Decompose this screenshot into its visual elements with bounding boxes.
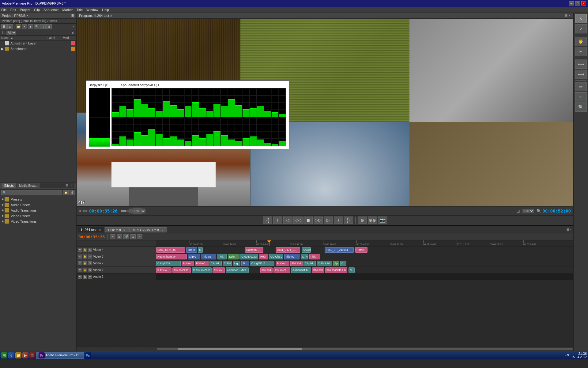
start-button[interactable]: ⊞ <box>1 352 7 358</box>
cpu-meter-overlay[interactable]: Загрузка ЦП Хронология загрузки ЦП <box>86 80 289 149</box>
tab-close-mpeg2[interactable]: ✕ <box>161 229 164 232</box>
clip-title0-v4[interactable]: Title 0 <box>186 247 197 253</box>
clip-philavchd2-v1[interactable]: Phil AVCHD 2.0 <box>325 267 347 273</box>
clip-fphila-v1[interactable]: F Phil A <box>156 267 172 273</box>
clip-philb-v3[interactable]: Phil. <box>309 254 320 259</box>
clip-cb-v1[interactable]: C. <box>349 267 355 273</box>
menu-marker[interactable]: Marker <box>62 8 73 12</box>
track-sync-v2[interactable]: S <box>88 261 92 265</box>
minimize-button[interactable]: ─ <box>569 1 574 6</box>
track-lock-a1[interactable]: 🔒 <box>83 275 87 279</box>
timeline-link-btn[interactable]: 🔗 <box>123 234 129 239</box>
clip-cc-clip0-v3[interactable]: CC Clip 0 <box>269 254 283 259</box>
transport-export-frame[interactable]: 📷 <box>378 217 387 224</box>
effects-item-audio-effects[interactable]: Audio Effects <box>1 202 76 208</box>
clip-tit-v2[interactable]: Tit. <box>241 261 249 266</box>
transport-stop[interactable]: ⏹ <box>303 217 313 224</box>
transport-add-marker[interactable]: ⊕ <box>358 217 367 224</box>
transport-play-back[interactable]: ◁◁ <box>293 217 303 224</box>
track-lock-v1[interactable]: 🔒 <box>83 268 87 272</box>
tool-ripple[interactable]: ⤢ <box>575 24 587 33</box>
clip-rothe-v4[interactable]: Rothe... <box>355 247 368 253</box>
zoom-fit-btn[interactable]: 100%50%75%Full <box>133 208 141 214</box>
effects-delete-btn[interactable]: 🗑 <box>70 190 75 195</box>
clip-philavi2-v2[interactable]: Phil AVI <box>276 261 289 266</box>
menu-project[interactable]: Project <box>20 8 30 12</box>
clip-philavchd-v1[interactable]: Phil AVCHD <box>172 267 191 273</box>
transport-go-next-edit[interactable]: ⟩ <box>334 217 343 224</box>
clip-cc-v4[interactable]: C <box>198 247 203 253</box>
clip-rothenb-v4[interactable]: Rothenb... <box>245 247 263 253</box>
effects-item-video-transitions[interactable]: Video Transitions <box>1 219 76 224</box>
track-collapse-v4[interactable]: ▼ <box>78 248 82 252</box>
ie-icon[interactable]: e <box>8 352 14 358</box>
transport-go-prev-edit[interactable]: ⟨ <box>273 217 282 224</box>
project-delete-btn[interactable]: 🗑 <box>46 24 52 29</box>
tab-effects[interactable]: Effects <box>2 183 16 188</box>
clip-aa0047-v4[interactable]: AA0047 <box>302 247 311 253</box>
project-automate-btn[interactable]: ▶ <box>28 24 33 29</box>
menu-window[interactable]: Window <box>86 8 98 12</box>
program-panel-menu[interactable]: ☰ <box>565 14 567 17</box>
tool-slip[interactable]: ⟺ <box>575 59 587 69</box>
clip-cphilavchd-v1[interactable]: C Phil AVCHD <box>192 267 212 273</box>
h-scroll-thumb[interactable] <box>178 348 302 350</box>
clip-rothenburg-v3[interactable]: Rothenburg.av <box>156 254 187 259</box>
tab-media-browser[interactable]: Media Brow... <box>17 183 40 188</box>
project-in-select[interactable]: All <box>6 31 16 35</box>
track-collapse-v3[interactable]: ▼ <box>78 255 82 259</box>
taskbar-premiere[interactable]: Pr Adobe Premiere Pro - D:... <box>36 352 84 359</box>
project-item-benchmark[interactable]: ▶ Benchmark <box>0 46 76 52</box>
timeline-tab-mpeg2[interactable]: MPEG2-DVD test ✕ <box>129 227 167 232</box>
track-collapse-v1[interactable]: ▼ <box>78 268 82 272</box>
tab-close-disk[interactable]: ✕ <box>123 229 126 232</box>
clip-aa006401b-v1[interactable]: AA006401.M <box>291 267 311 273</box>
timeline-add-track-btn[interactable]: + <box>110 234 115 239</box>
menu-file[interactable]: File <box>1 8 7 12</box>
track-lock-v4[interactable]: 🔒 <box>83 248 87 252</box>
menu-help[interactable]: Help <box>102 8 109 12</box>
track-sync-v3[interactable]: S <box>88 255 92 259</box>
clip-ing85316-v2[interactable]: C Ing85316 <box>250 261 274 266</box>
clip-philavchdb-v1[interactable]: Phil AVCH <box>273 267 290 273</box>
clip-phaa-v2[interactable]: C Ph AA0... <box>317 261 332 266</box>
clip-clip0-v3[interactable]: Clip 0 <box>188 254 200 259</box>
menu-edit[interactable]: Edit <box>10 8 16 12</box>
track-collapse-v2[interactable]: ▼ <box>78 261 82 265</box>
wmm-icon[interactable]: 🎬 <box>29 352 36 358</box>
track-mute-a1[interactable]: M <box>88 275 92 279</box>
project-icon-view-btn[interactable]: ⊞ <box>7 24 13 29</box>
tool-razor[interactable]: ✂ <box>575 47 587 56</box>
track-sync-v1[interactable]: S <box>88 268 92 272</box>
clip-ing8531-v2[interactable]: C Ing8531... <box>156 261 181 266</box>
effects-new-folder-btn[interactable]: 📁 <box>63 190 69 195</box>
menu-title[interactable]: Title <box>77 8 83 12</box>
clip-l004-2-v4[interactable]: L004_C171_0... <box>276 247 300 253</box>
maximize-button[interactable]: □ <box>575 1 580 6</box>
clip-spin-v3[interactable]: Spin. <box>228 254 239 259</box>
media-player-icon[interactable]: ▶ <box>22 352 28 358</box>
clip-roth-v3[interactable]: Roth <box>259 254 268 259</box>
timeline-set-display-btn[interactable]: ⊞ <box>117 234 122 239</box>
tool-slide[interactable]: ⟻ <box>575 70 587 79</box>
track-sync-v4[interactable]: S <box>88 248 92 252</box>
close-button[interactable]: ✕ <box>581 1 586 6</box>
clip-philavi-v1[interactable]: Phil AVI <box>213 267 225 273</box>
timeline-panel-menu[interactable]: ☰ <box>567 228 569 231</box>
transport-add-unnumbered-marker[interactable]: ⊕⊕ <box>368 217 377 224</box>
tab-close-h264[interactable]: ✕ <box>99 228 101 232</box>
transport-step-forward[interactable]: ▷ <box>324 217 333 224</box>
project-new-item-btn[interactable]: + <box>22 24 27 29</box>
tool-zoom[interactable]: 🔍 <box>575 102 587 112</box>
timeline-tab-disk[interactable]: Disk test ✕ <box>105 227 129 232</box>
effects-panel-close[interactable]: ✕ <box>70 183 74 188</box>
clip-cph-v3[interactable]: C Ph. <box>301 254 308 259</box>
menu-sequence[interactable]: Sequence <box>43 8 59 12</box>
clip-philavib-v1[interactable]: Phil AVI <box>260 267 273 273</box>
track-collapse-a1[interactable]: ▼ <box>78 275 82 279</box>
clip-philavic-v1[interactable]: Phil AVI <box>312 267 324 273</box>
clip-f350-v4[interactable]: F350_SP_201004 <box>325 247 354 253</box>
h-scrollbar[interactable] <box>77 347 573 351</box>
effects-search-input[interactable]: 🔍 <box>1 190 62 195</box>
transport-mark-out[interactable]: }⟩ <box>344 217 353 224</box>
